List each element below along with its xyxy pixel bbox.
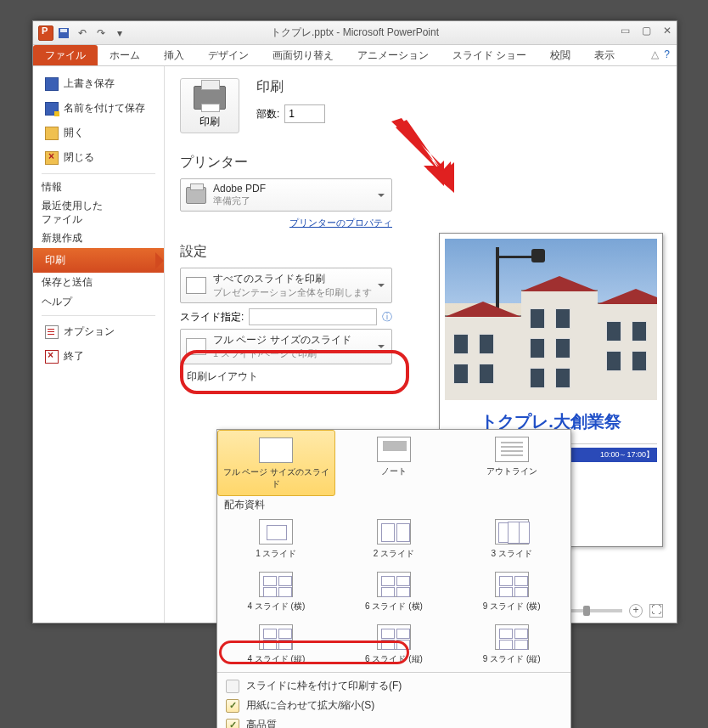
copies-label: 部数:: [256, 107, 279, 121]
exit-icon: [45, 350, 59, 364]
open-icon: [45, 127, 59, 140]
outline-thumb-icon: [495, 437, 529, 462]
handout-4-slide-h[interactable]: 4 スライド (横): [217, 565, 335, 618]
window-title: トクプレ.pptx - Microsoft PowerPoint: [271, 25, 439, 40]
notes-thumb-icon: [377, 437, 411, 462]
option-scale-to-fit[interactable]: ✓用紙に合わせて拡大/縮小(S): [217, 696, 570, 715]
printer-properties-link[interactable]: プリンターのプロパティ: [289, 217, 392, 228]
sidebar-item-close[interactable]: 閉じる: [33, 145, 164, 170]
slide9v-thumb-icon: [495, 624, 529, 650]
handout-6-slide-h[interactable]: 6 スライド (横): [335, 565, 453, 618]
handout-heading: 配布資料: [217, 496, 570, 512]
preview-image: [445, 239, 657, 400]
page-icon: [186, 338, 206, 355]
tab-insert[interactable]: 挿入: [152, 45, 196, 65]
tab-slideshow[interactable]: スライド ショー: [441, 45, 538, 65]
checkbox-checked-icon: ✓: [226, 719, 239, 729]
tab-transitions[interactable]: 画面切り替え: [261, 45, 346, 65]
maximize-button[interactable]: ▢: [642, 25, 651, 37]
tab-review[interactable]: 校閲: [538, 45, 582, 65]
handout-9-slide-h[interactable]: 9 スライド (横): [452, 565, 570, 618]
tab-view[interactable]: 表示: [582, 45, 627, 65]
slide3-thumb-icon: [495, 519, 529, 545]
zoom-in-button[interactable]: +: [629, 604, 643, 618]
svg-rect-1: [60, 29, 67, 32]
print-range-dropdown[interactable]: すべてのスライドを印刷 プレゼンテーション全体を印刷します: [180, 268, 392, 303]
tab-home[interactable]: ホーム: [98, 45, 152, 65]
page-layout-dropdown[interactable]: フル ページ サイズのスライド 1 スライド/ページで印刷: [180, 329, 392, 364]
minimize-button[interactable]: ▭: [621, 25, 630, 37]
fullpage-thumb-icon: [259, 437, 293, 463]
save-icon: [45, 77, 59, 91]
printer-device-icon: [186, 187, 206, 204]
tab-file[interactable]: ファイル: [33, 45, 98, 65]
layout-option-notes[interactable]: ノート: [335, 430, 453, 496]
titlebar: ↶ ↷ ▾ トクプレ.pptx - Microsoft PowerPoint ▭…: [33, 21, 677, 45]
sidebar-item-open[interactable]: 開く: [33, 121, 164, 145]
option-frame-slides[interactable]: スライドに枠を付けて印刷する(F): [217, 676, 570, 696]
fit-to-window-button[interactable]: ⛶: [649, 604, 663, 618]
slide9h-thumb-icon: [495, 572, 529, 597]
sidebar-item-print[interactable]: 印刷: [33, 248, 164, 273]
layout-option-fullpage[interactable]: フル ページ サイズのスライド: [217, 430, 335, 496]
layout-dropdown-panel: フル ページ サイズのスライド ノート アウトライン 配布資料 1 スライド 2…: [216, 429, 571, 728]
close-window-button[interactable]: ✕: [663, 25, 671, 37]
slide1-thumb-icon: [259, 519, 293, 545]
slides-stack-icon: [186, 277, 206, 294]
qat-dropdown-icon[interactable]: ▾: [111, 25, 128, 42]
sidebar-item-new[interactable]: 新規作成: [33, 229, 164, 248]
printer-heading: プリンター: [180, 154, 661, 172]
layout-option-outline[interactable]: アウトライン: [452, 430, 570, 496]
backstage-sidebar: 上書き保存 名前を付けて保存 開く 閉じる 情報 最近使用したファイル 新規作成…: [33, 66, 165, 623]
sidebar-item-help[interactable]: ヘルプ: [33, 292, 164, 312]
tab-design[interactable]: デザイン: [196, 45, 261, 65]
sidebar-item-options[interactable]: オプション: [33, 319, 164, 344]
slide4h-thumb-icon: [259, 572, 293, 597]
undo-icon[interactable]: ↶: [74, 25, 91, 42]
save-as-icon: [45, 102, 59, 116]
print-button-label: 印刷: [184, 115, 235, 129]
slide4v-thumb-icon: [259, 624, 293, 650]
handout-3-slide[interactable]: 3 スライド: [452, 512, 570, 565]
copies-input[interactable]: [284, 104, 325, 123]
help-icon[interactable]: ?: [664, 48, 670, 60]
handout-4-slide-v[interactable]: 4 スライド (縦): [217, 618, 335, 670]
options-icon: [45, 325, 59, 339]
handout-6-slide-v[interactable]: 6 スライド (縦): [335, 618, 453, 670]
printer-icon: [194, 86, 226, 110]
option-high-quality[interactable]: ✓高品質: [217, 715, 570, 728]
redo-icon[interactable]: ↷: [93, 25, 110, 42]
info-icon[interactable]: ⓘ: [382, 310, 392, 324]
slide6v-thumb-icon: [377, 624, 411, 650]
sidebar-item-recent[interactable]: 最近使用したファイル: [33, 197, 164, 229]
slide-range-input[interactable]: [249, 308, 377, 325]
slide2-thumb-icon: [377, 519, 411, 545]
slide-range-label: スライド指定:: [180, 310, 244, 324]
save-icon[interactable]: [55, 25, 72, 42]
slide6h-thumb-icon: [377, 572, 411, 597]
handout-9-slide-v[interactable]: 9 スライド (縦): [452, 618, 570, 670]
sidebar-item-saveas[interactable]: 名前を付けて保存: [33, 96, 164, 121]
print-button[interactable]: 印刷: [180, 78, 239, 133]
ribbon-tabs: ファイル ホーム 挿入 デザイン 画面切り替え アニメーション スライド ショー…: [33, 45, 677, 66]
printer-dropdown[interactable]: Adobe PDF 準備完了: [180, 178, 392, 212]
sidebar-item-share[interactable]: 保存と送信: [33, 273, 164, 292]
close-file-icon: [45, 151, 59, 165]
ribbon-minimize-icon[interactable]: △: [651, 48, 659, 60]
print-heading: 印刷: [256, 78, 325, 96]
powerpoint-icon: [38, 25, 53, 41]
handout-2-slide[interactable]: 2 スライド: [335, 512, 453, 565]
tab-animations[interactable]: アニメーション: [346, 45, 441, 65]
sidebar-item-save[interactable]: 上書き保存: [33, 71, 164, 96]
sidebar-item-exit[interactable]: 終了: [33, 344, 164, 369]
handout-1-slide[interactable]: 1 スライド: [217, 512, 335, 565]
checkbox-checked-icon: ✓: [226, 699, 239, 713]
sidebar-item-info[interactable]: 情報: [33, 178, 164, 197]
checkbox-icon: [226, 680, 239, 693]
